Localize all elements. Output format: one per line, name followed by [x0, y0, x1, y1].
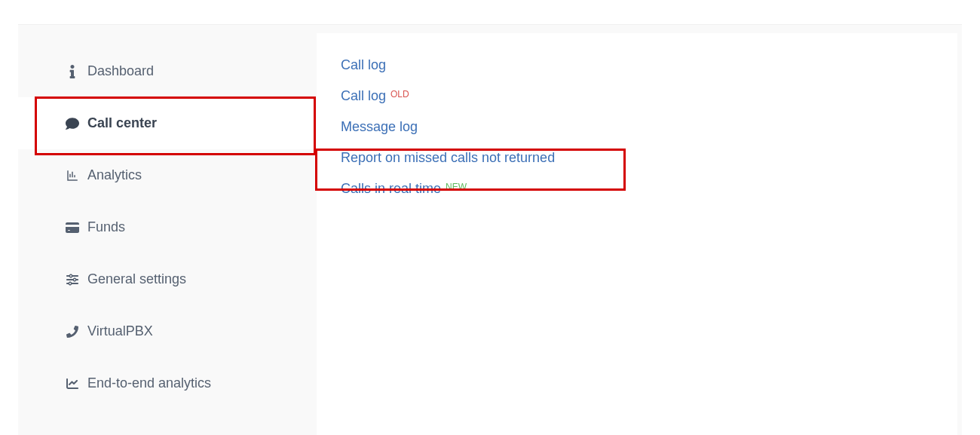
link-message-log[interactable]: Message log	[341, 119, 418, 135]
link-label: Calls in real time	[341, 181, 441, 197]
sidebar-item-general-settings[interactable]: General settings	[18, 253, 316, 305]
sidebar-item-label: Funds	[87, 219, 125, 235]
link-label: Call log	[341, 57, 386, 73]
sidebar-item-label: End-to-end analytics	[87, 375, 211, 391]
sidebar-item-call-center[interactable]: Call center	[18, 97, 316, 149]
bar-chart-icon	[65, 168, 80, 183]
sliders-icon	[65, 272, 80, 287]
badge-old: OLD	[390, 89, 409, 100]
sidebar-item-label: VirtualPBX	[87, 323, 153, 339]
sidebar-item-funds[interactable]: Funds	[18, 201, 316, 253]
link-label: Report on missed calls not returned	[341, 150, 555, 166]
sidebar-item-label: Call center	[87, 115, 157, 131]
sidebar-item-virtualpbx[interactable]: VirtualPBX	[18, 305, 316, 357]
link-label: Message log	[341, 119, 418, 135]
line-chart-icon	[65, 376, 80, 391]
info-icon	[65, 64, 80, 79]
sidebar-item-label: Dashboard	[87, 63, 154, 79]
content-panel: Call log Call log OLD Message log Report…	[317, 33, 957, 435]
sidebar-item-label: General settings	[87, 271, 186, 287]
link-list: Call log Call log OLD Message log Report…	[341, 57, 933, 197]
link-label: Call log	[341, 88, 386, 104]
sidebar: Dashboard Call center Analytics Funds Ge	[18, 24, 316, 409]
sidebar-item-dashboard[interactable]: Dashboard	[18, 45, 316, 97]
link-report-missed-calls[interactable]: Report on missed calls not returned	[341, 150, 555, 166]
sidebar-item-label: Analytics	[87, 167, 142, 183]
badge-new: NEW	[446, 182, 467, 192]
credit-card-icon	[65, 220, 80, 235]
link-call-log[interactable]: Call log	[341, 57, 386, 73]
phone-icon	[65, 324, 80, 339]
comment-icon	[65, 116, 80, 131]
sidebar-item-end-to-end-analytics[interactable]: End-to-end analytics	[18, 357, 316, 409]
link-call-log-old[interactable]: Call log OLD	[341, 88, 409, 104]
link-calls-real-time[interactable]: Calls in real time NEW	[341, 181, 467, 197]
sidebar-item-analytics[interactable]: Analytics	[18, 149, 316, 201]
